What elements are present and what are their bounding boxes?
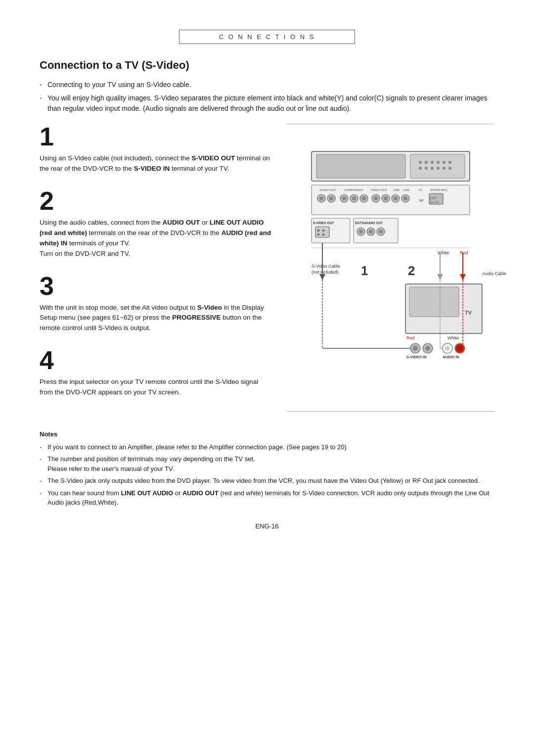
step-3-number: 3 xyxy=(40,273,272,299)
svg-point-12 xyxy=(437,167,440,170)
step-2-number: 2 xyxy=(40,188,272,214)
svg-text:(not included): (not included) xyxy=(312,270,339,275)
step-2-text: Using the audio cables, connect from the… xyxy=(40,218,272,259)
step-4-text: Press the input selector on your TV remo… xyxy=(40,377,272,398)
svg-text:(FROM ANT): (FROM ANT) xyxy=(430,189,447,191)
svg-text:Red: Red xyxy=(460,250,468,255)
svg-point-80 xyxy=(413,346,418,351)
svg-point-24 xyxy=(319,196,323,200)
svg-text:1: 1 xyxy=(361,263,368,278)
svg-rect-1 xyxy=(316,154,405,178)
svg-text:VIDEO OUT: VIDEO OUT xyxy=(371,189,387,191)
main-content: 1 Using an S-Video cable (not included),… xyxy=(40,124,494,412)
note-item-4: You can hear sound from LINE OUT AUDIO o… xyxy=(40,488,494,508)
diagram-container: AUDIO OUT COMPONENT VIDEO OUT LINE LINE … xyxy=(292,146,490,389)
svg-point-14 xyxy=(448,167,451,170)
svg-point-57 xyxy=(369,230,373,234)
page-number: ENG-16 xyxy=(40,522,494,530)
svg-point-34 xyxy=(374,196,378,200)
svg-text:Red: Red xyxy=(406,335,415,340)
connection-diagram: AUDIO OUT COMPONENT VIDEO OUT LINE LINE … xyxy=(297,146,485,389)
svg-point-9 xyxy=(419,167,422,170)
svg-text:S-Video Cable: S-Video Cable xyxy=(312,264,340,269)
notes-title: Notes xyxy=(40,429,494,439)
svg-text:2: 2 xyxy=(408,263,415,278)
svg-point-55 xyxy=(359,230,363,234)
step-1-text: Using an S-Video cable (not included), c… xyxy=(40,153,272,174)
step-4: 4 Press the input selector on your TV re… xyxy=(40,347,272,398)
step-3-text: With the unit in stop mode, set the Alt … xyxy=(40,303,272,334)
right-diagram-area: AUDIO OUT COMPONENT VIDEO OUT LINE LINE … xyxy=(287,124,494,412)
svg-text:LINE: LINE xyxy=(403,189,409,191)
svg-point-48 xyxy=(317,230,320,232)
svg-text:S-VIDEO OUT: S-VIDEO OUT xyxy=(313,221,334,225)
svg-text:IN: IN xyxy=(419,189,422,191)
svg-text:S-VIDEO IN: S-VIDEO IN xyxy=(406,355,426,359)
svg-point-4 xyxy=(425,161,428,164)
svg-rect-75 xyxy=(409,287,459,317)
step-3: 3 With the unit in stop mode, set the Al… xyxy=(40,273,272,334)
svg-point-26 xyxy=(329,196,333,200)
svg-text:AUDIO OUT: AUDIO OUT xyxy=(319,189,336,191)
svg-text:AUDIO IN: AUDIO IN xyxy=(443,355,459,359)
svg-text:Audio Cable: Audio Cable xyxy=(482,271,506,276)
svg-point-87 xyxy=(457,346,462,351)
svg-point-6 xyxy=(437,161,440,164)
svg-text:OUT: OUT xyxy=(430,196,438,200)
svg-point-36 xyxy=(384,196,388,200)
intro-item-1: Connecting to your TV using an S-Video c… xyxy=(40,80,494,90)
note-item-1: If you want to connect to an Amplifier, … xyxy=(40,442,494,452)
svg-text:White: White xyxy=(447,335,459,340)
step-1: 1 Using an S-Video cable (not included),… xyxy=(40,124,272,174)
intro-item-2: You will enjoy high quality images. S-Vi… xyxy=(40,93,494,114)
svg-point-7 xyxy=(443,161,445,164)
svg-marker-67 xyxy=(319,274,325,280)
svg-point-5 xyxy=(431,161,434,164)
note-item-2: The number and position of terminals may… xyxy=(40,454,494,473)
connections-box: C O N N E C T I O N S xyxy=(179,30,356,44)
svg-text:DOTS/AUDIO OUT: DOTS/AUDIO OUT xyxy=(355,221,383,225)
step-4-number: 4 xyxy=(40,347,272,373)
svg-point-32 xyxy=(362,196,366,200)
svg-text:TV: TV xyxy=(465,310,472,316)
svg-point-11 xyxy=(431,167,434,170)
svg-point-3 xyxy=(419,161,422,164)
svg-text:COMPONENT: COMPONENT xyxy=(344,189,363,191)
svg-point-82 xyxy=(425,346,430,351)
step-2: 2 Using the audio cables, connect from t… xyxy=(40,188,272,259)
intro-list: Connecting to your TV using an S-Video c… xyxy=(40,80,494,114)
note-item-3: The S-Video jack only outputs video from… xyxy=(40,476,494,486)
svg-point-59 xyxy=(379,230,383,234)
left-column: 1 Using an S-Video cable (not included),… xyxy=(40,124,272,412)
svg-point-30 xyxy=(352,196,356,200)
connections-label: C O N N E C T I O N S xyxy=(219,33,315,41)
svg-point-13 xyxy=(443,167,445,170)
section-title: Connection to a TV (S-Video) xyxy=(40,59,494,72)
svg-rect-47 xyxy=(315,227,329,237)
page-header: C O N N E C T I O N S xyxy=(40,30,494,44)
svg-point-50 xyxy=(317,234,320,236)
svg-rect-2 xyxy=(410,154,465,178)
svg-point-51 xyxy=(322,234,325,236)
svg-text:White: White xyxy=(438,250,449,255)
svg-marker-71 xyxy=(460,274,466,280)
svg-point-38 xyxy=(394,196,398,200)
svg-point-40 xyxy=(403,196,407,200)
svg-point-28 xyxy=(342,196,346,200)
svg-marker-69 xyxy=(437,274,443,280)
svg-text:LINE: LINE xyxy=(393,189,400,191)
notes-section: Notes If you want to connect to an Ampli… xyxy=(40,429,494,508)
svg-point-8 xyxy=(448,161,451,164)
svg-point-49 xyxy=(322,230,325,232)
svg-text:RF: RF xyxy=(419,199,424,202)
svg-point-85 xyxy=(445,346,450,351)
right-column: AUDIO OUT COMPONENT VIDEO OUT LINE LINE … xyxy=(287,124,494,412)
step-1-number: 1 xyxy=(40,124,272,149)
notes-list: If you want to connect to an Amplifier, … xyxy=(40,442,494,508)
svg-text:(To TV): (To TV) xyxy=(429,201,439,204)
svg-point-10 xyxy=(425,167,428,170)
